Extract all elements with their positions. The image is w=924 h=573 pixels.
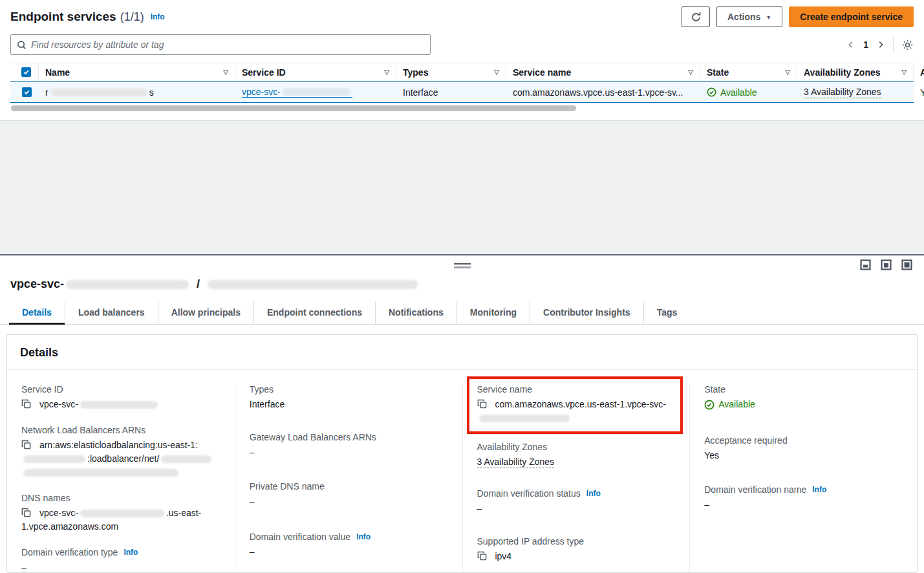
redacted-text	[80, 510, 164, 517]
create-endpoint-service-button[interactable]: Create endpoint service	[789, 6, 914, 27]
copy-icon[interactable]	[21, 509, 34, 519]
field-private-dns-name: Private DNS name –	[250, 481, 448, 508]
filter-icon[interactable]: ▽	[901, 69, 907, 76]
panel-title: vpce-svc- /	[0, 255, 924, 291]
cell-service-id: vpce-svc-	[235, 82, 396, 102]
cell-name: r s	[39, 82, 235, 102]
search-input[interactable]	[31, 39, 424, 50]
tab-allow-principals[interactable]: Allow principals	[158, 301, 253, 325]
column-header-types[interactable]: Types ▽	[396, 63, 506, 81]
filter-icon[interactable]: ▽	[494, 69, 499, 76]
redacted-text	[23, 469, 178, 477]
cell-clipped: Y	[914, 82, 924, 102]
chevron-left-icon[interactable]	[846, 40, 855, 49]
field-supported-ip-type: Supported IP address type ipv4	[477, 536, 676, 563]
panel-drag-handle-icon[interactable]	[454, 263, 471, 268]
details-column-2: Types Interface Gateway Load Balancers A…	[235, 384, 462, 573]
panel-size-large-icon[interactable]	[901, 259, 912, 270]
copy-icon[interactable]	[21, 441, 34, 451]
filter-icon[interactable]: ▽	[688, 69, 693, 76]
details-card: Details Service ID vpce-svc- Network Loa…	[6, 334, 918, 573]
field-acceptance-required: Acceptance required Yes	[704, 435, 903, 462]
field-dns-names: DNS names vpce-svc-.us-east-1.vpce.amazo…	[21, 493, 220, 534]
redacted-text	[66, 280, 189, 289]
caret-down-icon: ▼	[766, 14, 771, 21]
panel-tabs: Details Load balancers Allow principals …	[0, 301, 924, 325]
service-id-link[interactable]: vpce-svc-	[242, 87, 352, 98]
row-checkbox[interactable]	[22, 87, 32, 97]
resource-count: (1/1)	[120, 10, 144, 24]
column-header-clipped[interactable]: A	[914, 63, 924, 81]
filter-icon[interactable]: ▽	[384, 69, 389, 76]
divider	[893, 37, 894, 52]
column-header-availability-zones[interactable]: Availability Zones ▽	[797, 63, 914, 81]
detail-split-panel: vpce-svc- / Details Load balancers Allow…	[0, 255, 924, 573]
availability-zones-link[interactable]: 3 Availability Zones	[804, 87, 881, 98]
redacted-text	[80, 401, 158, 409]
search-box[interactable]	[10, 34, 431, 55]
copy-icon[interactable]	[477, 552, 489, 563]
field-types: Types Interface	[250, 384, 448, 411]
check-circle-icon	[707, 87, 716, 97]
cell-state: Available	[700, 82, 797, 102]
column-header-name[interactable]: Name ▽	[39, 63, 235, 81]
page-background	[0, 121, 924, 254]
copy-icon[interactable]	[21, 400, 34, 411]
field-nlb-arns: Network Load Balancers ARNs arn:aws:elas…	[21, 425, 220, 479]
settings-gear-icon[interactable]	[901, 39, 914, 51]
search-icon	[17, 40, 27, 50]
tab-endpoint-connections[interactable]: Endpoint connections	[253, 301, 375, 325]
panel-size-medium-icon[interactable]	[881, 259, 892, 270]
tab-notifications[interactable]: Notifications	[375, 301, 457, 325]
details-column-1: Service ID vpce-svc- Network Load Balanc…	[7, 384, 235, 573]
availability-zones-link[interactable]: 3 Availability Zones	[477, 457, 555, 468]
redacted-text	[161, 455, 211, 463]
info-link[interactable]: Info	[812, 485, 826, 494]
cell-types: Interface	[396, 82, 506, 102]
select-all-checkbox[interactable]	[21, 67, 31, 77]
field-state: State Available	[704, 384, 903, 414]
column-header-state[interactable]: State ▽	[700, 63, 797, 81]
info-link[interactable]: Info	[356, 532, 371, 541]
details-column-3: Service name com.amazonaws.vpce.us-east-…	[462, 384, 690, 573]
horizontal-scrollbar[interactable]	[11, 105, 576, 111]
copy-icon[interactable]	[477, 400, 489, 411]
field-service-id: Service ID vpce-svc-	[21, 384, 220, 411]
redacted-text	[208, 280, 418, 289]
filter-icon[interactable]: ▽	[223, 69, 228, 76]
check-circle-icon	[704, 400, 714, 410]
tab-tags[interactable]: Tags	[643, 301, 691, 325]
service-name-highlight-box: Service name com.amazonaws.vpce.us-east-…	[467, 376, 683, 434]
info-link[interactable]: Info	[124, 548, 138, 557]
table-row[interactable]: r s vpce-svc- Interface com.amazonaws.vp…	[10, 81, 914, 103]
field-domain-verification-value: Domain verification value Info –	[250, 532, 448, 559]
endpoint-services-table: Name ▽ Service ID ▽ Types ▽ Service name…	[10, 63, 914, 111]
details-card-heading: Details	[7, 335, 917, 370]
cell-service-name: com.amazonaws.vpce.us-east-1.vpce-sv...	[506, 82, 700, 102]
field-domain-verification-type: Domain verification type Info –	[21, 547, 220, 573]
toolbar: 1	[10, 34, 914, 55]
panel-layout-controls	[860, 259, 912, 270]
page-number[interactable]: 1	[863, 39, 868, 50]
chevron-right-icon[interactable]	[876, 40, 885, 49]
refresh-icon	[691, 12, 702, 23]
endpoint-services-card: Endpoint services (1/1) Info Actions ▼ C…	[0, 0, 924, 121]
pagination: 1	[846, 37, 914, 52]
field-domain-verification-name: Domain verification name Info –	[704, 484, 903, 512]
tab-contributor-insights[interactable]: Contributor Insights	[530, 301, 643, 325]
info-link[interactable]: Info	[151, 12, 165, 21]
panel-size-small-icon[interactable]	[860, 259, 871, 270]
filter-icon[interactable]: ▽	[785, 69, 790, 76]
column-header-service-id[interactable]: Service ID ▽	[235, 63, 396, 81]
tab-monitoring[interactable]: Monitoring	[457, 301, 530, 325]
actions-button[interactable]: Actions ▼	[716, 6, 782, 27]
info-link[interactable]: Info	[586, 489, 601, 498]
tab-load-balancers[interactable]: Load balancers	[65, 301, 158, 325]
details-column-4: State Available Acceptance required Yes	[689, 384, 917, 573]
refresh-button[interactable]	[682, 6, 710, 27]
page-header: Endpoint services (1/1) Info Actions ▼ C…	[10, 6, 914, 27]
cell-availability-zones: 3 Availability Zones	[797, 82, 914, 102]
tab-details[interactable]: Details	[9, 301, 65, 325]
field-glb-arns: Gateway Load Balancers ARNs –	[250, 432, 448, 459]
column-header-service-name[interactable]: Service name ▽	[506, 63, 700, 81]
